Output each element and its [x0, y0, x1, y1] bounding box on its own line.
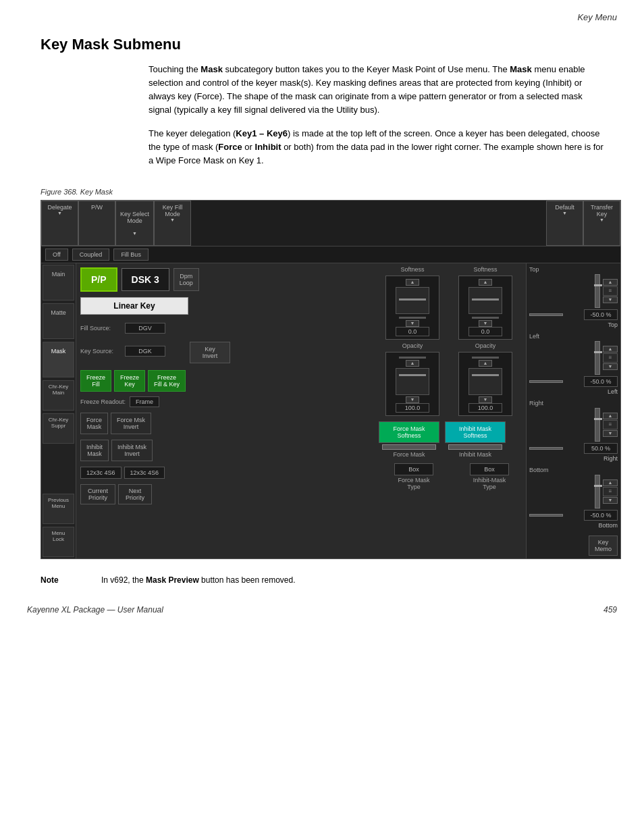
key-memo-button[interactable]: KeyMemo: [589, 536, 618, 556]
dpm-button[interactable]: DpmLoop: [173, 268, 199, 291]
right-mask-down[interactable]: ▼: [603, 430, 618, 437]
dsk-button[interactable]: DSK 3: [122, 268, 169, 291]
opacity-down-2[interactable]: ▼: [479, 396, 492, 403]
force-mask-softness-button[interactable]: Force MaskSoftness: [379, 421, 439, 443]
sidebar-previous-menu-button[interactable]: PreviousMenu: [43, 494, 74, 524]
key-source-label: Key Source:: [80, 348, 121, 355]
top-mask-knob-col: ▲ ≡ ▼: [603, 279, 618, 303]
right-mask-value-row: 50.0 %: [529, 443, 618, 454]
top-bar-spacer: [191, 201, 546, 246]
opacity-slider-1[interactable]: [396, 368, 429, 395]
inhibit-box-col: Box Inhibit-MaskType: [454, 463, 525, 490]
top-mask-eq[interactable]: ≡: [603, 286, 618, 296]
top-mask-up[interactable]: ▲: [603, 279, 618, 286]
default-button[interactable]: Default ▼: [546, 201, 583, 246]
force-box-button[interactable]: Box: [394, 463, 433, 475]
note-text: In v692, the Mask Preview button has bee…: [101, 575, 296, 585]
left-mask-slider[interactable]: [595, 341, 600, 375]
panel-body: Main Matte Mask Chr-KeyMain Chr-KeySuppr…: [41, 263, 620, 558]
coupled-button[interactable]: Coupled: [72, 249, 110, 261]
right-mask-control: Right ▲ ≡ ▼ 50.0 %: [529, 400, 618, 462]
right-mask-eq[interactable]: ≡: [603, 420, 618, 429]
left-mask-slider-row: ▲ ≡ ▼: [595, 341, 618, 375]
right-panel: Top ▲ ≡ ▼ -50.0 %: [526, 263, 620, 558]
bottom-mask-eq[interactable]: ≡: [603, 487, 618, 496]
inhibit-mask-invert-button[interactable]: Inhibit MskInvert: [111, 440, 153, 461]
freeze-key-button[interactable]: FreezeKey: [114, 370, 145, 392]
opacity-down-1[interactable]: ▼: [406, 396, 419, 403]
softness-slider-2[interactable]: [468, 287, 502, 314]
sidebar-matte-button[interactable]: Matte: [43, 303, 74, 339]
box-row: Box Force MaskType Box Inhibit-MaskType: [379, 463, 525, 490]
sidebar-menu-lock-button[interactable]: MenuLock: [43, 527, 74, 557]
ppd-row: P/P DSK 3 DpmLoop: [80, 267, 373, 292]
key-select-mode-button[interactable]: Key SelectMode ▼: [115, 201, 154, 246]
bottom-mask-down[interactable]: ▼: [603, 497, 618, 504]
freeze-fill-button[interactable]: FreezeFill: [80, 370, 111, 392]
bottom-mask-label: Bottom: [529, 467, 549, 473]
key-invert-button[interactable]: KeyInvert: [190, 342, 230, 363]
transfer-key-button[interactable]: TransferKey ▼: [583, 201, 620, 246]
inhibit-mask-col: Inhibit MaskSoftness Inhibit Mask: [445, 421, 506, 458]
right-mask-percent-bar: [529, 447, 563, 450]
softness-row: Softness ▲ ▼ 0.0 Softnes: [379, 266, 525, 340]
bottom-side-label: Bottom: [598, 522, 618, 529]
force-mask-bar[interactable]: [382, 444, 436, 450]
bottom-mask-percent-bar: [529, 514, 563, 517]
left-mask-eq[interactable]: ≡: [603, 353, 618, 363]
sidebar-chroma-key-main-button[interactable]: Chr-KeyMain: [43, 380, 74, 411]
opacity-up-1[interactable]: ▲: [406, 360, 419, 367]
force-mask-invert-button[interactable]: Force MskInvert: [111, 413, 151, 434]
top-bar: Delegate ▼ P/W Key SelectMode ▼ Key Fill…: [41, 201, 620, 246]
key-fill-mode-button[interactable]: Key FillMode ▼: [154, 201, 191, 246]
freeze-readout-row: Freeze Readout: Frame: [80, 396, 373, 407]
pvw-button[interactable]: P/W: [78, 201, 115, 246]
main-content: Key Mask Submenu Touching the Mask subca…: [0, 22, 644, 559]
key-source-row: Key Source: DGK KeyInvert: [80, 339, 373, 363]
section-title: Key Mask Submenu: [41, 36, 603, 53]
sidebar-chroma-key-supp-button[interactable]: Chr-KeySuppr: [43, 413, 74, 444]
fill-bus-button[interactable]: Fill Bus: [113, 249, 149, 261]
top-mask-percent-bar: [529, 313, 563, 316]
note-section: Note In v692, the Mask Preview button ha…: [0, 575, 644, 585]
bottom-mask-value: -50.0 %: [584, 510, 618, 521]
sidebar-mask-button[interactable]: Mask: [43, 342, 74, 377]
current-priority-button[interactable]: CurrentPriority: [80, 484, 115, 504]
pp-button[interactable]: P/P: [80, 267, 117, 292]
softness-up-1[interactable]: ▲: [406, 279, 419, 286]
opacity-label-1: Opacity: [402, 342, 423, 349]
top-mask-down[interactable]: ▼: [603, 296, 618, 303]
fill-source-value[interactable]: DGV: [125, 323, 165, 334]
opacity-slider-2[interactable]: [468, 368, 502, 395]
left-mask-up[interactable]: ▲: [603, 346, 618, 353]
bottom-mask-slider[interactable]: [595, 475, 600, 509]
right-mask-slider[interactable]: [595, 408, 600, 442]
opacity-up-2[interactable]: ▲: [479, 360, 492, 367]
softness-down-1[interactable]: ▼: [406, 320, 419, 327]
inhibit-mask-name-label: Inhibit Mask: [459, 451, 491, 458]
priority-row: 12x3c 4S6 12x3c 4S6: [80, 467, 373, 479]
force-mask-button[interactable]: ForceMask: [80, 413, 108, 434]
top-mask-slider[interactable]: [595, 274, 600, 308]
sidebar-main-button[interactable]: Main: [43, 265, 74, 301]
freeze-readout-value[interactable]: Frame: [130, 396, 159, 407]
softness-up-2[interactable]: ▲: [479, 279, 492, 286]
right-mask-up[interactable]: ▲: [603, 413, 618, 419]
left-mask-value: -50.0 %: [584, 376, 618, 387]
key-source-value[interactable]: DGK: [125, 346, 165, 357]
left-mask-down[interactable]: ▼: [603, 363, 618, 370]
inhibit-mask-button[interactable]: InhibitMask: [80, 440, 109, 461]
softness-down-2[interactable]: ▼: [479, 320, 492, 327]
inhibit-mask-bar[interactable]: [448, 444, 502, 450]
freeze-fill-key-button[interactable]: FreezeFill & Key: [148, 370, 186, 392]
bottom-mask-up[interactable]: ▲: [603, 479, 618, 486]
next-priority-button[interactable]: NextPriority: [118, 484, 152, 504]
linear-key-button[interactable]: Linear Key: [80, 297, 188, 315]
off-button[interactable]: Off: [45, 249, 68, 261]
inhibit-mask-softness-button[interactable]: Inhibit MaskSoftness: [445, 421, 506, 443]
softness-slider-1[interactable]: [396, 287, 429, 314]
opacity-col-2: Opacity ▲ ▼ 100.0: [452, 342, 519, 416]
bottom-mask-value-row: -50.0 %: [529, 510, 618, 521]
delegate-button[interactable]: Delegate ▼: [41, 201, 78, 246]
inhibit-box-button[interactable]: Box: [470, 463, 509, 475]
